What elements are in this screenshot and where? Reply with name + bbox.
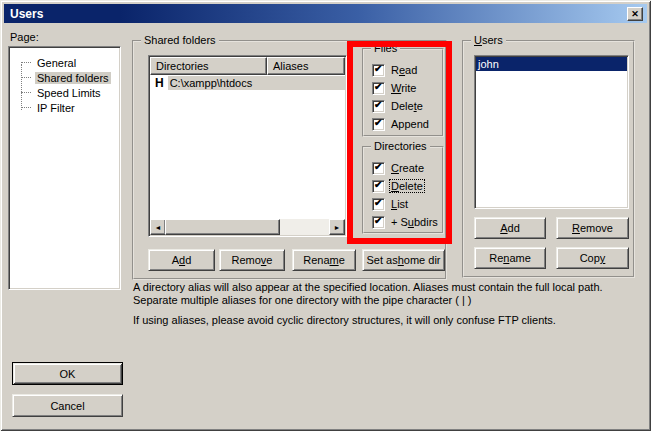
subdirs-checkbox[interactable]: [372, 216, 385, 229]
append-checkbox-label[interactable]: Append: [390, 118, 430, 130]
write-checkbox-label[interactable]: Write: [390, 82, 417, 94]
file-delete-checkbox[interactable]: [372, 100, 385, 113]
alias-note-text: A directory alias will also appear at th…: [133, 281, 641, 307]
user-rename-button[interactable]: Rename: [474, 247, 546, 269]
folder-rename-button[interactable]: Rename: [292, 249, 356, 271]
page-tree[interactable]: General Shared folders Speed Limits IP F…: [8, 46, 121, 290]
folder-remove-button[interactable]: Remove: [219, 249, 285, 271]
list-item-user-john[interactable]: john: [476, 57, 627, 71]
users-group-label: Users: [471, 34, 506, 46]
dir-delete-checkbox-label[interactable]: Delete: [390, 180, 424, 192]
directory-cell[interactable]: C:\xampp\htdocs: [168, 76, 345, 90]
directories-permissions-group: Directories Create Delete List + Subdirs: [362, 146, 444, 234]
scrollbar-thumb[interactable]: [165, 219, 280, 235]
page-tree-inner: General Shared folders Speed Limits IP F…: [11, 49, 118, 287]
horizontal-scrollbar[interactable]: ◄ ►: [150, 219, 345, 235]
subdirs-permission-row[interactable]: + Subdirs: [372, 215, 439, 229]
scroll-left-icon[interactable]: ◄: [150, 219, 166, 235]
subdirs-checkbox-label[interactable]: + Subdirs: [390, 216, 439, 228]
cyclic-note-text: If using aliases, please avoid cyclic di…: [133, 314, 641, 327]
create-checkbox-label[interactable]: Create: [390, 162, 425, 174]
scroll-right-icon[interactable]: ►: [329, 219, 345, 235]
user-remove-button[interactable]: Remove: [556, 217, 629, 239]
column-header-directories[interactable]: Directories: [150, 57, 267, 75]
directories-group-label: Directories: [371, 140, 430, 152]
files-permissions-group: Files Read Write Delete Append: [362, 48, 444, 137]
page-label: Page:: [10, 31, 39, 43]
write-checkbox[interactable]: [372, 82, 385, 95]
dir-delete-permission-row[interactable]: Delete: [372, 179, 424, 193]
table-row[interactable]: H C:\xampp\htdocs: [150, 76, 345, 90]
tree-item-label: General: [35, 57, 78, 69]
dir-delete-checkbox[interactable]: [372, 180, 385, 193]
append-permission-row[interactable]: Append: [372, 117, 430, 131]
sidebar-item-shared-folders[interactable]: Shared folders: [11, 70, 118, 85]
file-delete-permission-row[interactable]: Delete: [372, 99, 424, 113]
users-list[interactable]: john: [474, 55, 629, 209]
sidebar-item-speed-limits[interactable]: Speed Limits: [11, 85, 118, 100]
list-checkbox[interactable]: [372, 198, 385, 211]
tree-item-label: Speed Limits: [35, 87, 103, 99]
read-checkbox[interactable]: [372, 64, 385, 77]
user-add-button[interactable]: Add: [474, 217, 546, 239]
list-permission-row[interactable]: List: [372, 197, 409, 211]
tree-item-label: IP Filter: [35, 102, 77, 114]
tree-item-label: Shared folders: [35, 72, 111, 84]
window-title: Users: [10, 7, 43, 21]
file-delete-checkbox-label[interactable]: Delete: [390, 100, 424, 112]
read-checkbox-label[interactable]: Read: [390, 64, 418, 76]
home-dir-marker: H: [150, 76, 168, 90]
cancel-button[interactable]: Cancel: [12, 394, 123, 417]
ok-button[interactable]: OK: [12, 362, 123, 385]
title-bar[interactable]: Users ✕: [4, 4, 647, 23]
create-permission-row[interactable]: Create: [372, 161, 425, 175]
list-header: Directories Aliases: [150, 57, 345, 75]
shared-folders-group-label: Shared folders: [141, 34, 219, 46]
shared-folders-list[interactable]: Directories Aliases H C:\xampp\htdocs ◄ …: [148, 55, 347, 237]
sidebar-item-general[interactable]: General: [11, 55, 118, 70]
write-permission-row[interactable]: Write: [372, 81, 417, 95]
create-checkbox[interactable]: [372, 162, 385, 175]
users-dialog: Users ✕ Page: General Shared folders Spe…: [0, 0, 651, 431]
read-permission-row[interactable]: Read: [372, 63, 418, 77]
files-group-label: Files: [371, 42, 400, 54]
folder-add-button[interactable]: Add: [148, 249, 215, 271]
list-checkbox-label[interactable]: List: [390, 198, 409, 210]
user-copy-button[interactable]: Copy: [556, 247, 629, 269]
users-group: Users john Add Remove Rename Copy: [462, 40, 635, 278]
column-header-aliases[interactable]: Aliases: [267, 57, 345, 75]
append-checkbox[interactable]: [372, 118, 385, 131]
sidebar-item-ip-filter[interactable]: IP Filter: [11, 100, 118, 115]
set-as-home-dir-button[interactable]: Set as home dir: [362, 249, 445, 271]
close-icon[interactable]: ✕: [627, 7, 643, 21]
